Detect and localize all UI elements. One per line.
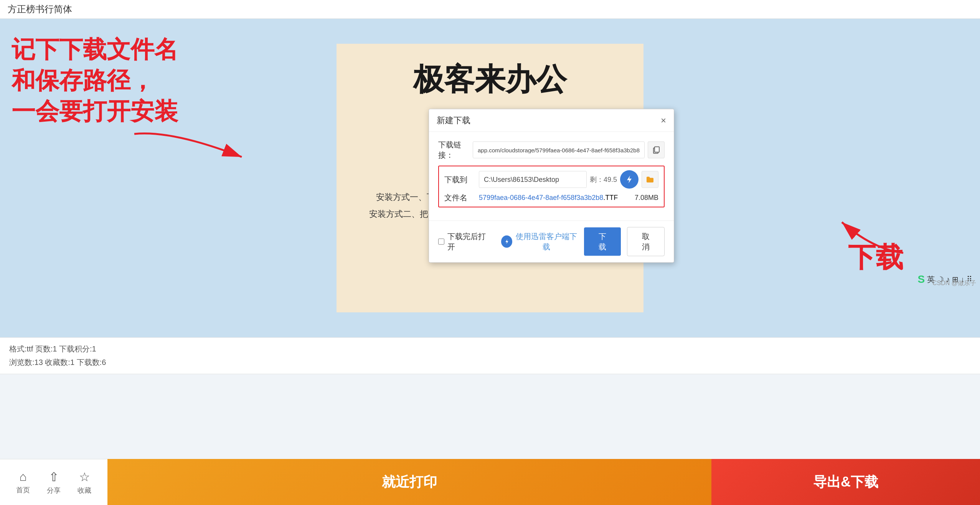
dialog-footer: 下载完后打开 使用迅雷客户端下载 下载 取消 — [429, 221, 674, 262]
right-arrow — [834, 215, 911, 261]
url-input[interactable] — [473, 142, 645, 158]
share-label: 分享 — [47, 486, 61, 495]
annotation-left: 记下下载文件名 和保存路径， 一会要打开安装 — [12, 34, 178, 127]
thunder-icon — [501, 236, 512, 248]
page-title: 方正榜书行简体 — [8, 4, 72, 14]
top-bar: 方正榜书行简体 — [0, 0, 980, 19]
filename-value: 5799faea-0686-4e47-8aef-f658f3a3b2b8.TTF — [479, 194, 630, 202]
font-preview-title: 极客来办公 — [413, 59, 567, 101]
star-icon: ☆ — [79, 470, 90, 484]
nav-left-section: ⌂ 首页 ⇧ 分享 ☆ 收藏 — [0, 459, 107, 505]
thunder-btn-label: 使用迅雷客户端下载 — [515, 231, 577, 252]
export-label: 导出&下载 — [813, 473, 878, 492]
nav-share[interactable]: ⇧ 分享 — [47, 470, 61, 495]
info-line1: 格式:ttf 页数:1 下载积分:1 — [9, 344, 971, 354]
remaining-text: 剩：49.5 — [590, 175, 617, 184]
file-size: 7.08MB — [635, 194, 658, 202]
info-line2: 浏览数:13 收藏数:1 下载数:6 — [9, 357, 971, 368]
share-icon: ⇧ — [49, 470, 59, 484]
highlighted-section: 下载到 剩：49.5 — [438, 166, 665, 208]
dialog-title: 新建下载 — [437, 115, 470, 126]
url-row: 下载链接： — [438, 140, 665, 160]
auto-open-input[interactable] — [438, 238, 444, 245]
dialog-body: 下载链接： 下载到 剩：49.5 — [429, 132, 674, 221]
cancel-button[interactable]: 取消 — [627, 227, 665, 256]
filename-label: 文件名 — [444, 193, 479, 203]
nav-print-button[interactable]: 就近打印 — [107, 459, 711, 505]
main-content-area: 记下下载文件名 和保存路径， 一会要打开安装 极客来办公 安装方式一、下载后，双… — [0, 19, 980, 337]
auto-open-checkbox[interactable]: 下载完后打开 — [438, 231, 489, 252]
folder-button[interactable] — [642, 171, 658, 188]
download-button[interactable]: 下载 — [584, 228, 621, 256]
nav-collect[interactable]: ☆ 收藏 — [78, 470, 91, 495]
destination-input[interactable] — [479, 171, 587, 188]
auto-open-label: 下载完后打开 — [447, 231, 489, 252]
bottom-info-bar: 格式:ttf 页数:1 下载积分:1 浏览数:13 收藏数:1 下载数:6 — [0, 337, 980, 374]
filename-highlight: 5799faea-0686-4e47-8aef-f658f3a3b2b8 — [479, 194, 603, 201]
folder-icon — [646, 175, 654, 184]
thunder-logo — [620, 170, 638, 189]
dialog-header: 新建下载 × — [429, 109, 674, 132]
svg-rect-2 — [655, 147, 659, 152]
filename-row: 文件名 5799faea-0686-4e47-8aef-f658f3a3b2b8… — [444, 193, 658, 203]
destination-row: 下载到 剩：49.5 — [444, 170, 658, 189]
thunder-bolt-icon — [624, 175, 634, 185]
url-label: 下载链接： — [438, 140, 473, 160]
thunder-bolt-small-icon — [504, 239, 510, 245]
print-label: 就近打印 — [382, 473, 437, 492]
home-icon: ⌂ — [19, 470, 26, 484]
home-label: 首页 — [16, 485, 30, 495]
svg-marker-4 — [505, 239, 508, 244]
collect-label: 收藏 — [78, 486, 91, 495]
destination-label: 下载到 — [444, 174, 479, 185]
nav-export-button[interactable]: 导出&下载 — [711, 459, 980, 505]
dialog-overlay: 新建下载 × 下载链接： — [429, 109, 674, 263]
copy-icon — [652, 146, 660, 154]
filename-ext: .TTF — [603, 194, 618, 201]
thunder-download-button[interactable]: 使用迅雷客户端下载 — [501, 231, 577, 252]
nav-home[interactable]: ⌂ 首页 — [16, 470, 30, 495]
watermark: CSDN @做乐子 — [932, 279, 976, 287]
download-dialog: 新建下载 × 下载链接： — [429, 109, 674, 263]
copy-button[interactable] — [648, 142, 665, 158]
svg-marker-3 — [627, 176, 632, 183]
bottom-nav-bar: ⌂ 首页 ⇧ 分享 ☆ 收藏 就近打印 导出&下载 — [0, 459, 980, 505]
close-button[interactable]: × — [661, 116, 666, 125]
sogou-s-icon: S — [918, 273, 925, 286]
left-arrow — [134, 126, 249, 172]
